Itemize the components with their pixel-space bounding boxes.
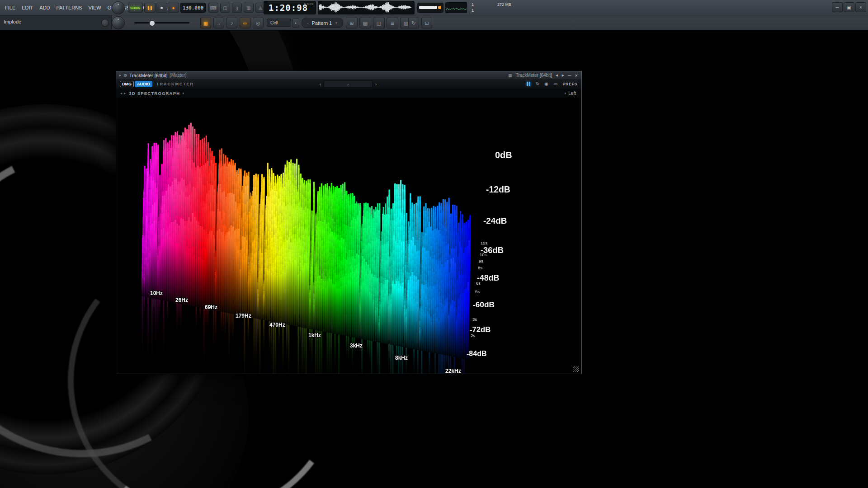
precount-icon: ◫ [223,5,227,10]
plugin-next-button[interactable]: ▶ [561,74,564,77]
plugin-minimize-button[interactable]: ─ [568,73,571,78]
preset-field[interactable]: - [324,80,373,88]
chevron-down-icon[interactable]: ▾ [182,91,184,95]
preset-next-button[interactable]: › [373,81,379,87]
panel-toggle-buttons: ⊞▤◫≣▥ [346,18,412,28]
meter-peak [438,6,441,9]
prefs-button[interactable]: PREFS [562,82,577,86]
time-value: 1:20:98 [269,3,308,13]
spectrograph-view[interactable]: 0dB-12dB-24dB-36dB-48dB-60dB-72dB-84dB10… [116,98,580,374]
typing-keyboard-button[interactable]: ⌨ [208,3,218,13]
minimize-button[interactable]: ─ [832,2,843,12]
cell-next-button[interactable]: ▸ [292,19,299,28]
cell-selector[interactable]: Cell [267,19,291,27]
shuttle-knob[interactable] [112,1,125,14]
note-icon: ♪ [231,20,233,26]
chevron-right-icon: ▸ [295,21,297,25]
polyphony-count: 1 [472,2,474,7]
view-mode-label[interactable]: 3D SPECTROGRAPH [129,91,180,96]
preset-prev-button[interactable]: ‹ [317,81,324,87]
save-button[interactable]: ⊡ [421,18,432,28]
menu-item-file[interactable]: FILE [2,5,19,10]
time-display[interactable]: 1:20:98 M:S:CS [264,1,316,14]
time-unit-label: M:S:CS [304,3,313,5]
monitor-icon[interactable]: ▭ [553,81,557,86]
link-button[interactable]: ∞ [240,18,250,28]
pause-button[interactable] [144,3,156,13]
typing-keyboard-icon: ⌨ [210,5,217,10]
pattern-selector[interactable]: - Pattern 1 + [302,18,343,28]
plugin-expand-icon[interactable]: ▸ [119,73,121,77]
close-button[interactable]: × [855,2,866,12]
menu-item-view[interactable]: VIEW [85,5,104,10]
master-volume-slider[interactable] [134,22,189,24]
channel-rack-button[interactable]: ◫ [373,18,385,28]
undo-button[interactable]: ↻ [408,18,419,28]
record-button[interactable]: ● [168,3,179,13]
channel-chevron-icon: ▾ [564,91,566,95]
jog-knob[interactable] [112,16,125,29]
memory-usage: 272 MB [482,2,511,7]
extra-buttons: ↻⊡ [408,18,432,28]
plugin-prev-button[interactable]: ◀ [556,74,558,77]
plugin-close-button[interactable]: × [575,73,578,78]
step-grid-icon: ▥ [246,5,250,10]
slider-thumb[interactable] [149,20,155,26]
time-axis-label: 9s [479,258,483,263]
stop-button[interactable]: ■ [156,3,167,13]
freq-axis-label: 3kHz [350,343,363,349]
tempo-display[interactable]: 130.000 [180,3,206,13]
audio-logo: AUDIO [135,81,152,87]
db-axis-label: -24dB [483,216,507,226]
time-axis-label: 12s [481,240,487,245]
piano-roll-button[interactable]: ▤ [359,18,371,28]
freq-axis-label: 26Hz [175,297,188,303]
song-mode-button[interactable]: SONG [128,3,143,13]
freq-axis-label: 10Hz [150,290,163,296]
menu-item-edit[interactable]: EDIT [19,5,36,10]
plugin-titlebar[interactable]: ▸ ⚙ TrackMeter [64bit] (Master) ▦ TrackM… [116,71,581,79]
reset-icon[interactable]: ↻ [536,81,539,86]
detach-grid-icon[interactable]: ▦ [508,73,512,78]
pattern-decrement[interactable]: - [307,21,309,25]
time-axis-label: 10s [480,252,486,257]
blend-notes-button[interactable]: ʒ [232,3,242,13]
product-name: TRACKMETER [156,82,194,86]
db-axis-label: -12dB [486,184,510,195]
master-volume-meter[interactable] [417,3,443,13]
metronome-icon: ◬ [259,5,262,10]
plugin-header-controls: ↻ ◉ ▭ PREFS [526,81,577,86]
cpu-graph [445,2,467,13]
maximize-button[interactable]: ▣ [844,2,854,12]
pause-icon [147,6,153,10]
tool-buttons: ▦→♪∞◎ [200,18,264,28]
mixer-button[interactable]: ≣ [387,18,398,28]
precount-button[interactable]: ◫ [220,3,230,13]
channel-selector[interactable]: ▾ Left [562,91,576,96]
resize-grip[interactable] [573,366,579,372]
record-icon: ● [172,5,175,10]
channel-label: Left [568,91,576,96]
camera-icon[interactable]: ◉ [544,81,548,86]
menu-item-add[interactable]: ADD [36,5,53,10]
preset-navigator: ‹ - › [317,80,379,88]
main-toolbar: FILEEDITADDPATTERNSVIEWOPTIONSTOOLSHELP … [0,0,868,15]
step-edit-button[interactable]: ▦ [200,18,211,28]
menu-item-patterns[interactable]: PATTERNS [53,5,85,10]
hint-knob[interactable] [101,19,109,27]
oscilloscope-panel[interactable] [318,1,415,14]
playlist-arrow-button[interactable]: → [213,18,224,28]
piano-roll-icon: ▤ [363,20,368,26]
freeze-pause-icon[interactable] [526,82,531,86]
bell-button[interactable]: ◎ [253,18,264,28]
step-grid-button[interactable]: ▥ [244,3,254,13]
gear-icon[interactable]: ⚙ [123,73,127,78]
note-button[interactable]: ♪ [226,18,237,28]
playlist-button[interactable]: ⊞ [346,18,358,28]
meter-fill [419,6,437,9]
pattern-increment[interactable]: + [335,21,337,25]
playlist-icon: ⊞ [349,20,354,26]
time-axis-label: 6s [476,281,481,286]
plugin-window-label: TrackMeter [64bit] [516,73,552,78]
view-nav-icons[interactable]: ◂ ▸ [120,91,126,95]
